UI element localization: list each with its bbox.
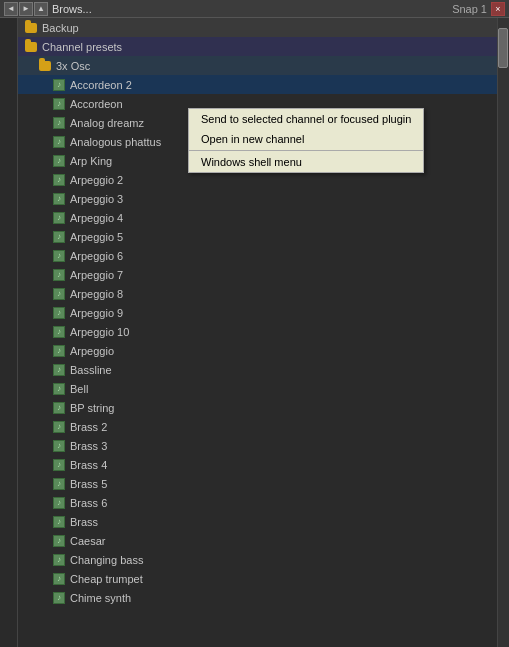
item-label: Arpeggio 10	[70, 326, 129, 338]
item-icon-preset	[52, 268, 66, 282]
item-icon-preset	[52, 363, 66, 377]
tree-item-arpeggio3[interactable]: Arpeggio 3	[18, 189, 509, 208]
item-icon-preset	[52, 78, 66, 92]
item-label: Caesar	[70, 535, 105, 547]
nav-arrows[interactable]: ◄ ► ▲	[4, 2, 48, 16]
tree-item-brass6[interactable]: Brass 6	[18, 493, 509, 512]
item-icon-folder	[38, 59, 52, 73]
sidebar-strip	[0, 18, 18, 647]
item-icon-preset	[52, 515, 66, 529]
snap-label: Snap 1	[452, 3, 487, 15]
tree-item-brass3[interactable]: Brass 3	[18, 436, 509, 455]
tree-item-brass5[interactable]: Brass 5	[18, 474, 509, 493]
content-area: BackupChannel presets3x OscAccordeon 2Ac…	[18, 18, 509, 647]
item-label: 3x Osc	[56, 60, 90, 72]
tree-item-chime-synth[interactable]: Chime synth	[18, 588, 509, 607]
item-icon-preset	[52, 458, 66, 472]
item-label: Arpeggio 4	[70, 212, 123, 224]
item-label: Brass 5	[70, 478, 107, 490]
item-icon-preset	[52, 382, 66, 396]
context-menu-divider	[189, 150, 423, 151]
tree-item-arpeggio5[interactable]: Arpeggio 5	[18, 227, 509, 246]
tree-item-bp-string[interactable]: BP string	[18, 398, 509, 417]
item-label: Arpeggio 2	[70, 174, 123, 186]
item-icon-folder	[24, 40, 38, 54]
tree-item-arpeggio10[interactable]: Arpeggio 10	[18, 322, 509, 341]
item-label: Chime synth	[70, 592, 131, 604]
item-icon-preset	[52, 97, 66, 111]
item-label: Analogous phattus	[70, 136, 161, 148]
tree-item-accordeon2[interactable]: Accordeon 2	[18, 75, 509, 94]
tree-item-backup[interactable]: Backup	[18, 18, 509, 37]
item-icon-preset	[52, 496, 66, 510]
tree-item-bassline[interactable]: Bassline	[18, 360, 509, 379]
tree-item-arpeggio9[interactable]: Arpeggio 9	[18, 303, 509, 322]
title-bar-text: Brows...	[52, 3, 452, 15]
item-icon-preset	[52, 116, 66, 130]
scrollbar-thumb[interactable]	[498, 28, 508, 68]
tree-item-changing-bass[interactable]: Changing bass	[18, 550, 509, 569]
item-icon-preset	[52, 477, 66, 491]
tree-container: BackupChannel presets3x OscAccordeon 2Ac…	[18, 18, 509, 607]
item-label: BP string	[70, 402, 114, 414]
scrollbar-track[interactable]	[497, 18, 509, 647]
item-icon-preset	[52, 572, 66, 586]
item-icon-preset	[52, 154, 66, 168]
item-label: Analog dreamz	[70, 117, 144, 129]
item-label: Arpeggio	[70, 345, 114, 357]
item-label: Arpeggio 6	[70, 250, 123, 262]
item-label: Cheap trumpet	[70, 573, 143, 585]
item-label: Accordeon	[70, 98, 123, 110]
tree-item-caesar[interactable]: Caesar	[18, 531, 509, 550]
item-icon-preset	[52, 439, 66, 453]
item-icon-folder	[24, 21, 38, 35]
item-icon-preset	[52, 420, 66, 434]
item-icon-preset	[52, 553, 66, 567]
item-label: Arpeggio 5	[70, 231, 123, 243]
nav-forward-button[interactable]: ►	[19, 2, 33, 16]
item-icon-preset	[52, 591, 66, 605]
tree-item-brass[interactable]: Brass	[18, 512, 509, 531]
tree-item-3x-osc[interactable]: 3x Osc	[18, 56, 509, 75]
item-label: Brass 2	[70, 421, 107, 433]
nav-up-button[interactable]: ▲	[34, 2, 48, 16]
context-menu: Send to selected channel or focused plug…	[188, 108, 424, 173]
item-icon-preset	[52, 401, 66, 415]
item-icon-preset	[52, 287, 66, 301]
item-label: Brass 4	[70, 459, 107, 471]
tree-item-bell[interactable]: Bell	[18, 379, 509, 398]
item-icon-preset	[52, 325, 66, 339]
context-menu-item-open[interactable]: Open in new channel	[189, 129, 423, 149]
tree-item-brass4[interactable]: Brass 4	[18, 455, 509, 474]
item-label: Backup	[42, 22, 79, 34]
item-icon-preset	[52, 249, 66, 263]
item-label: Arpeggio 7	[70, 269, 123, 281]
context-menu-item-shell[interactable]: Windows shell menu	[189, 152, 423, 172]
tree-item-brass2[interactable]: Brass 2	[18, 417, 509, 436]
item-label: Changing bass	[70, 554, 143, 566]
context-menu-item-send[interactable]: Send to selected channel or focused plug…	[189, 109, 423, 129]
item-label: Brass 3	[70, 440, 107, 452]
item-label: Bassline	[70, 364, 112, 376]
tree-item-arpeggio8[interactable]: Arpeggio 8	[18, 284, 509, 303]
title-bar: ◄ ► ▲ Brows... Snap 1 ×	[0, 0, 509, 18]
tree-item-arpeggio7[interactable]: Arpeggio 7	[18, 265, 509, 284]
item-label: Brass	[70, 516, 98, 528]
main-panel: BackupChannel presets3x OscAccordeon 2Ac…	[0, 18, 509, 647]
item-icon-preset	[52, 230, 66, 244]
item-label: Channel presets	[42, 41, 122, 53]
item-icon-preset	[52, 344, 66, 358]
item-icon-preset	[52, 135, 66, 149]
tree-item-arpeggio[interactable]: Arpeggio	[18, 341, 509, 360]
item-icon-preset	[52, 211, 66, 225]
tree-item-cheap-trumpet[interactable]: Cheap trumpet	[18, 569, 509, 588]
tree-item-arpeggio4[interactable]: Arpeggio 4	[18, 208, 509, 227]
nav-back-button[interactable]: ◄	[4, 2, 18, 16]
tree-item-arpeggio6[interactable]: Arpeggio 6	[18, 246, 509, 265]
item-icon-preset	[52, 192, 66, 206]
item-icon-preset	[52, 173, 66, 187]
close-button[interactable]: ×	[491, 2, 505, 16]
item-label: Arp King	[70, 155, 112, 167]
tree-item-channel-presets[interactable]: Channel presets	[18, 37, 509, 56]
item-icon-preset	[52, 306, 66, 320]
